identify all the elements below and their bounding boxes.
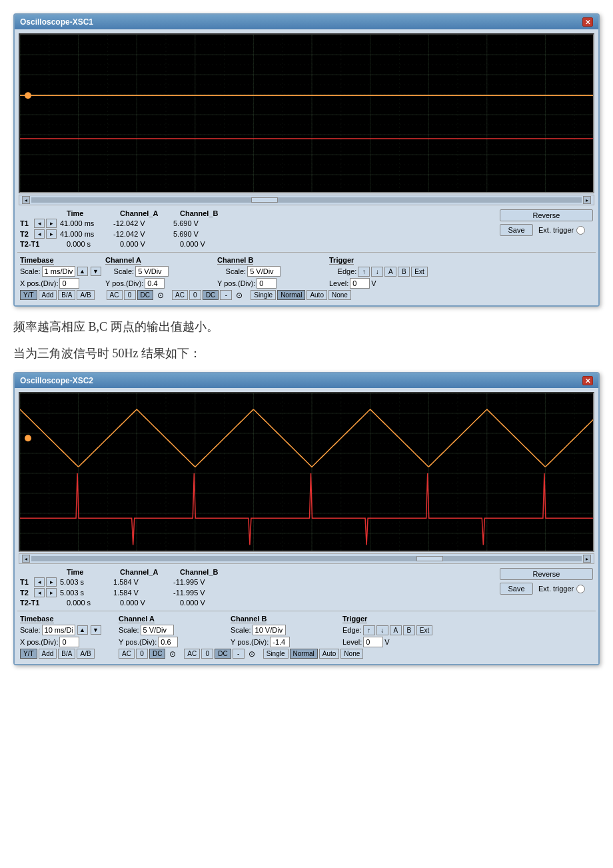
time-header2: Time — [67, 568, 120, 576]
tb-xpos-input[interactable] — [59, 278, 79, 289]
tb-scale-down[interactable]: ▼ — [91, 267, 101, 276]
ca-dc-btn[interactable]: DC — [137, 290, 153, 300]
osc1-save-btn[interactable]: Save — [500, 224, 533, 236]
cb2-dc-btn[interactable]: DC — [215, 649, 231, 659]
edge2-a-btn[interactable]: A — [390, 625, 402, 635]
ca-ac-btn[interactable]: AC — [107, 290, 123, 300]
osc2-measurements: Time Channel_A Channel_B T1 ◂ ▸ 5.003 s … — [17, 565, 596, 611]
cb2-ac-btn[interactable]: AC — [184, 649, 200, 659]
timebase2-scale: Scale: ▲ ▼ — [20, 625, 107, 635]
edge2-fall-btn[interactable]: ↓ — [376, 625, 388, 635]
osc2-close-button[interactable]: ✕ — [582, 376, 593, 385]
tb2-scale-input[interactable] — [42, 625, 75, 635]
ca-zero-btn[interactable]: 0 — [124, 290, 136, 300]
t1-right-btn[interactable]: ▸ — [46, 219, 57, 228]
chan-a2-coupling: AC 0 DC ⊙ — [119, 649, 179, 659]
ca2-zero-btn[interactable]: 0 — [136, 649, 148, 659]
ext-trigger-radio[interactable] — [576, 226, 585, 235]
ca2-scale-input[interactable] — [141, 625, 174, 635]
ba-btn2[interactable]: B/A — [58, 649, 75, 659]
ab-btn2[interactable]: A/B — [77, 649, 94, 659]
cb2-minus-btn[interactable]: - — [233, 649, 245, 659]
tb2-xpos-input[interactable] — [59, 637, 79, 647]
timebase2-label-text: Timebase — [20, 615, 54, 623]
cb2-ypos-input[interactable] — [270, 637, 290, 647]
scroll2-left[interactable]: ◂ — [22, 555, 30, 563]
osc2-scrollbar[interactable]: ◂ ▸ — [19, 553, 594, 564]
t1-time2: 5.003 s — [60, 578, 113, 586]
t2-right-btn[interactable]: ▸ — [46, 229, 57, 239]
normal-btn2[interactable]: Normal — [290, 649, 318, 659]
edge-fall-btn[interactable]: ↓ — [371, 267, 383, 277]
cb-ac-btn[interactable]: AC — [172, 290, 188, 300]
auto-btn[interactable]: Auto — [306, 290, 327, 300]
cb2-zero-btn[interactable]: 0 — [201, 649, 213, 659]
yt-btn2[interactable]: Y/T — [20, 649, 37, 659]
scroll-thumb[interactable] — [251, 197, 278, 203]
edge-ext-btn[interactable]: Ext — [411, 267, 427, 277]
single-btn2[interactable]: Single — [263, 649, 289, 659]
auto-btn2[interactable]: Auto — [319, 649, 340, 659]
none-btn2[interactable]: None — [340, 649, 363, 659]
osc2-save-btn[interactable]: Save — [500, 583, 533, 595]
single-btn[interactable]: Single — [251, 290, 276, 300]
ca-scale-input[interactable] — [135, 266, 169, 277]
t2-right-btn2[interactable]: ▸ — [46, 588, 57, 597]
cb-zero-btn[interactable]: 0 — [189, 290, 201, 300]
tb-scale-up[interactable]: ▲ — [77, 267, 88, 276]
scroll2-right[interactable]: ▸ — [583, 555, 591, 563]
trigger-level-input[interactable] — [350, 278, 370, 289]
oscilloscope-1: Oscilloscope-XSC1 ✕ ◂ ▸ Time Channel_A C… — [13, 13, 600, 307]
osc1-close-button[interactable]: ✕ — [582, 17, 593, 27]
osc1-t2-row: T2 ◂ ▸ 41.000 ms -12.042 V 5.690 V — [20, 229, 494, 239]
channel-b2-label-text: Channel B — [231, 615, 267, 623]
cb-dc-btn[interactable]: DC — [203, 290, 219, 300]
t2-left-btn2[interactable]: ◂ — [34, 588, 45, 597]
scroll-right[interactable]: ▸ — [583, 196, 591, 204]
cb-scale-input[interactable] — [247, 266, 281, 277]
yt-btn[interactable]: Y/T — [20, 290, 37, 300]
osc2-bottom-btns: Y/T Add B/A A/B AC 0 DC ⊙ AC 0 DC - ⊙ — [20, 649, 593, 659]
cb-minus-btn[interactable]: - — [220, 290, 232, 300]
none-btn[interactable]: None — [328, 290, 351, 300]
ext-trigger-radio2[interactable] — [576, 585, 585, 593]
edge2-ext-btn[interactable]: Ext — [416, 625, 432, 635]
timebase-scale: Scale: ▲ ▼ — [20, 266, 102, 277]
scroll2-thumb[interactable] — [416, 556, 443, 561]
t2-left-btn[interactable]: ◂ — [34, 229, 45, 239]
t1-left-btn[interactable]: ◂ — [34, 219, 45, 228]
edge2-rise-btn[interactable]: ↑ — [363, 625, 375, 635]
edge2-b-btn[interactable]: B — [403, 625, 415, 635]
osc1-ctrl-labels-row: Timebase Channel A Channel B Trigger — [20, 255, 593, 265]
edge-a-btn[interactable]: A — [384, 267, 396, 277]
t1-left-btn2[interactable]: ◂ — [34, 577, 45, 587]
ab-btn[interactable]: A/B — [77, 290, 94, 300]
trigger2-level-input[interactable] — [363, 637, 383, 647]
normal-btn[interactable]: Normal — [277, 290, 305, 300]
add-btn2[interactable]: Add — [39, 649, 57, 659]
t1-chan-b2: -11.995 V — [173, 578, 227, 586]
tb2-scale-down[interactable]: ▼ — [91, 625, 101, 635]
t2-chan-b: 5.690 V — [173, 230, 227, 238]
scroll-left[interactable]: ◂ — [22, 196, 30, 204]
osc1-scrollbar[interactable]: ◂ ▸ — [19, 195, 594, 205]
osc2-canvas — [20, 393, 594, 552]
add-btn[interactable]: Add — [39, 290, 57, 300]
tb-scale-input[interactable] — [42, 266, 75, 277]
trigger2-mode-buttons: Single Normal Auto None — [263, 649, 364, 659]
edge-rise-btn[interactable]: ↑ — [358, 267, 370, 277]
ca-ypos-input[interactable] — [145, 278, 165, 289]
osc2-reverse-btn[interactable]: Reverse — [500, 568, 593, 580]
osc1-measurements: Time Channel_A Channel_B T1 ◂ ▸ 41.000 m… — [17, 207, 596, 252]
chan-b2-scale: Scale: — [231, 625, 337, 635]
cb2-scale-input[interactable] — [253, 625, 286, 635]
t1-right-btn2[interactable]: ▸ — [46, 577, 57, 587]
ca2-ypos-input[interactable] — [158, 637, 178, 647]
ca2-dc-btn[interactable]: DC — [149, 649, 165, 659]
cb-ypos-input[interactable] — [257, 278, 277, 289]
ba-btn[interactable]: B/A — [58, 290, 75, 300]
tb2-scale-up[interactable]: ▲ — [77, 625, 88, 635]
osc1-reverse-btn[interactable]: Reverse — [500, 209, 593, 221]
ca2-ac-btn[interactable]: AC — [119, 649, 135, 659]
edge-b-btn[interactable]: B — [398, 267, 410, 277]
